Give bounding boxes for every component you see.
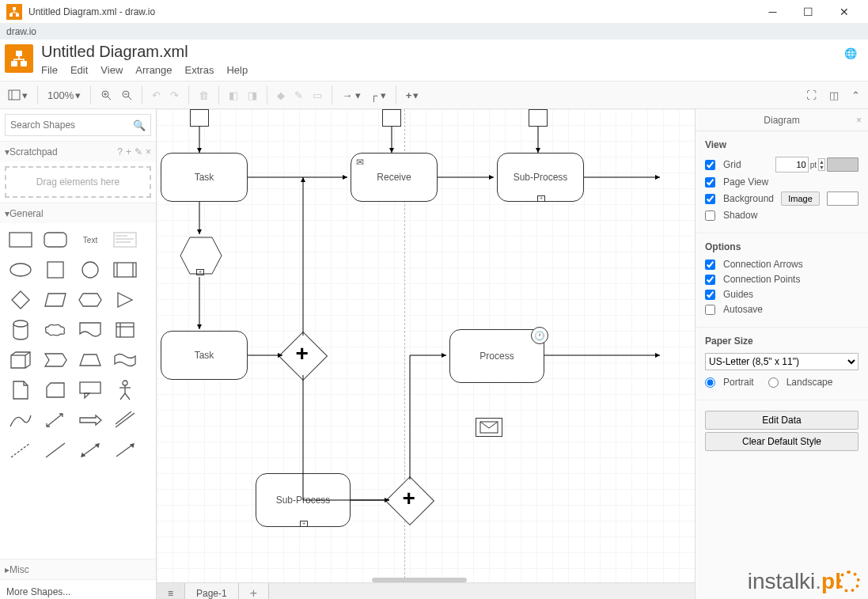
shape-bidir-arrow[interactable] <box>40 407 71 434</box>
shape-actor[interactable] <box>109 377 141 404</box>
shape-textbox[interactable] <box>109 226 141 253</box>
tab-page-1[interactable]: Page-1 <box>185 583 239 599</box>
shape-curve[interactable] <box>5 407 36 434</box>
grid-size-up[interactable]: ▲ <box>819 159 824 165</box>
zoom-level[interactable]: 100% ▾ <box>43 86 85 104</box>
document-title[interactable]: Untitled Diagram.xml <box>41 43 248 61</box>
grid-checkbox[interactable] <box>705 160 715 170</box>
shape-document[interactable] <box>74 317 106 343</box>
background-image-button[interactable]: Image <box>781 191 820 206</box>
general-header[interactable]: ▾ General <box>0 203 156 223</box>
shape-dashed-edge[interactable] <box>5 437 36 464</box>
shape-tape[interactable] <box>109 347 141 373</box>
shape-square[interactable] <box>40 256 71 283</box>
shape-circle[interactable] <box>74 256 106 283</box>
misc-header[interactable]: ▸ Misc <box>0 559 156 579</box>
shape-trapezoid[interactable] <box>74 347 106 373</box>
to-front-button[interactable]: ◧ <box>224 86 243 104</box>
grid-size-input[interactable] <box>775 157 809 172</box>
shape-arrow[interactable] <box>74 407 106 434</box>
portrait-radio[interactable] <box>705 377 715 388</box>
conn-points-checkbox[interactable] <box>705 275 715 285</box>
canvas[interactable]: Task ✉ Receive Sub-Process + + Task + Pr… <box>157 109 696 599</box>
shape-cylinder[interactable] <box>5 317 36 343</box>
undo-button[interactable]: ↶ <box>147 86 165 104</box>
redo-button[interactable]: ↷ <box>165 86 184 104</box>
shape-callout[interactable] <box>74 377 106 404</box>
shape-diamond[interactable] <box>5 286 36 313</box>
zoom-out-icon[interactable] <box>116 86 137 104</box>
shape-cube[interactable] <box>5 347 36 373</box>
window-close-button[interactable]: ✕ <box>826 0 862 24</box>
menustrip[interactable]: draw.io <box>0 24 868 40</box>
grid-size-down[interactable]: ▼ <box>819 165 824 170</box>
more-shapes-button[interactable]: More Shapes... <box>0 579 156 599</box>
format-panel-icon[interactable]: ◫ <box>824 86 843 104</box>
scratchpad-help-icon[interactable]: ? <box>117 146 123 157</box>
shape-cloud[interactable] <box>40 317 71 343</box>
autosave-checkbox[interactable] <box>705 305 715 315</box>
background-color-swatch[interactable] <box>827 191 859 206</box>
menu-view[interactable]: View <box>100 64 123 76</box>
waypoint-button[interactable]: ┌ ▾ <box>366 86 391 104</box>
grid-color-swatch[interactable] <box>827 157 859 172</box>
line-color-button[interactable]: ✎ <box>290 86 308 104</box>
pageview-checkbox[interactable] <box>705 177 715 188</box>
scratchpad-dropzone[interactable]: Drag elements here <box>5 166 151 198</box>
scratchpad-header[interactable]: ▾ Scratchpad ?+✎× <box>0 141 156 161</box>
window-maximize-button[interactable]: ☐ <box>790 0 826 24</box>
menu-edit[interactable]: Edit <box>70 64 88 76</box>
shape-card[interactable] <box>40 377 71 404</box>
search-shapes[interactable]: 🔍 <box>5 114 151 136</box>
shape-note[interactable] <box>5 377 36 404</box>
shadow-button[interactable]: ▭ <box>308 86 327 104</box>
shape-internal-storage[interactable] <box>109 317 141 343</box>
shape-bidir-line[interactable] <box>74 437 106 464</box>
edit-data-button[interactable]: Edit Data <box>705 411 859 430</box>
conn-arrows-checkbox[interactable] <box>705 260 715 270</box>
shape-ellipse[interactable] <box>5 256 36 283</box>
shape-parallelogram[interactable] <box>40 286 71 313</box>
svg-rect-17 <box>114 233 136 247</box>
window-title: Untitled Diagram.xml - draw.io <box>28 6 755 17</box>
to-back-button[interactable]: ◨ <box>243 86 262 104</box>
clear-style-button[interactable]: Clear Default Style <box>705 432 859 451</box>
shape-link[interactable] <box>109 407 141 434</box>
shape-dir-line[interactable] <box>109 437 141 464</box>
shape-rounded-rect[interactable] <box>40 226 71 253</box>
landscape-radio[interactable] <box>768 377 779 388</box>
language-icon[interactable]: 🌐 <box>844 47 857 59</box>
search-input[interactable] <box>10 119 133 131</box>
scratchpad-close-icon[interactable]: × <box>146 146 151 157</box>
zoom-in-icon[interactable] <box>96 86 116 104</box>
search-icon[interactable]: 🔍 <box>133 119 146 131</box>
fullscreen-icon[interactable]: ⛶ <box>802 86 821 104</box>
delete-button[interactable]: 🗑 <box>194 86 214 104</box>
collapse-icon[interactable]: ⌃ <box>847 86 865 104</box>
background-checkbox[interactable] <box>705 194 715 204</box>
panel-close-icon[interactable]: × <box>856 115 862 126</box>
shadow-checkbox[interactable] <box>705 210 715 221</box>
insert-button[interactable]: + ▾ <box>401 86 424 104</box>
fill-button[interactable]: ◆ <box>272 86 290 104</box>
shape-hexagon[interactable] <box>74 286 106 313</box>
shape-line[interactable] <box>40 437 71 464</box>
menu-arrange[interactable]: Arrange <box>135 64 172 76</box>
window-minimize-button[interactable]: ─ <box>755 0 790 24</box>
page-menu-button[interactable]: ≡ <box>157 583 185 599</box>
shape-process[interactable] <box>109 256 141 283</box>
shape-triangle[interactable] <box>109 286 141 313</box>
connection-button[interactable]: → ▾ <box>337 86 366 104</box>
menu-file[interactable]: File <box>41 64 58 76</box>
menu-help[interactable]: Help <box>226 64 248 76</box>
shape-step[interactable] <box>40 347 71 373</box>
add-page-button[interactable]: + <box>239 583 269 599</box>
scratchpad-add-icon[interactable]: + <box>126 146 131 157</box>
paper-size-select[interactable]: US-Letter (8,5" x 11") <box>705 353 859 370</box>
guides-checkbox[interactable] <box>705 290 715 300</box>
view-mode-button[interactable]: ▾ <box>3 85 32 104</box>
shape-text[interactable]: Text <box>74 226 106 253</box>
menu-extras[interactable]: Extras <box>185 64 214 76</box>
shape-rect[interactable] <box>5 226 36 253</box>
scratchpad-edit-icon[interactable]: ✎ <box>135 146 142 157</box>
